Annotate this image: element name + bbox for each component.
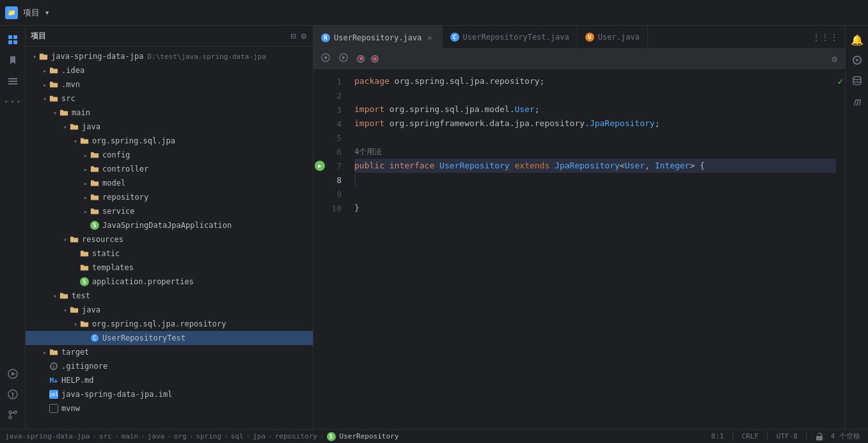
tree-test-java[interactable]: java (26, 303, 313, 317)
run-gutter-icon[interactable]: ▶ (315, 161, 325, 171)
java-label: java (82, 122, 100, 131)
user-repo-test-label: UserRepositoryTest (102, 334, 185, 342)
navigate-back-btn[interactable] (319, 52, 333, 65)
line-ending[interactable]: CRLF (739, 432, 761, 440)
tab-user-repository[interactable]: R UserRepository.java ✕ (313, 26, 443, 48)
tree-config[interactable]: config (26, 148, 313, 162)
panel-title: 项目 (31, 31, 46, 42)
indent-info[interactable]: 4 个空格 (828, 431, 863, 441)
line-ending-text: CRLF (741, 432, 759, 440)
tree-test-pkg[interactable]: org.spring.sql.jpa.repository (26, 317, 313, 331)
code-content[interactable]: package org.spring.sql.jpa.repository; i… (349, 69, 836, 429)
line-num-5: 5 (313, 131, 349, 145)
pkg-icon (79, 136, 90, 146)
tree-user-repo-test[interactable]: C UserRepositoryTest (26, 331, 313, 345)
tree-idea[interactable]: .idea (26, 63, 313, 77)
model-label: model (102, 179, 125, 188)
tree-iml[interactable]: iml java-spring-data-jpa.iml (26, 387, 313, 401)
run-icon[interactable] (4, 365, 22, 383)
svg-rect-3 (13, 40, 17, 44)
tab-more-btn[interactable]: ⋮⋮⋮ (810, 31, 840, 44)
problems-icon[interactable] (4, 385, 22, 403)
tree-app-class[interactable]: S JavaSpringDataJpaApplication (26, 218, 313, 232)
git-icon[interactable] (4, 406, 22, 424)
ai-icon[interactable] (848, 51, 866, 69)
project-view-icon[interactable] (4, 31, 22, 49)
breadcrumb-spring-icon: S (327, 432, 336, 441)
breadcrumb-java[interactable]: java (148, 432, 165, 440)
tab-icon-user: U (585, 33, 594, 42)
test-pkg-label: org.spring.sql.jpa.repository (92, 319, 226, 328)
templates-folder-icon (79, 262, 90, 273)
tree-model[interactable]: model (26, 176, 313, 190)
indent-text: 4 个空格 (831, 431, 860, 441)
tree-app-props[interactable]: S application.properties (26, 275, 313, 289)
breadcrumb-org[interactable]: org (174, 432, 187, 440)
tree-service[interactable]: service (26, 204, 313, 218)
tree-repository[interactable]: repository (26, 190, 313, 204)
notification-icon[interactable]: 🔔 (848, 31, 866, 49)
svg-rect-1 (13, 35, 17, 39)
static-folder-icon (79, 248, 90, 259)
breadcrumb-current[interactable]: UserRepository (340, 432, 399, 440)
tree-controller[interactable]: controller (26, 162, 313, 176)
tab-user-repository-test[interactable]: C UserRepositoryTest.java (443, 26, 578, 48)
tab-bar-actions: ⋮⋮⋮ (810, 31, 845, 44)
svg-point-22 (853, 77, 861, 80)
src-arrow (41, 95, 49, 102)
tree-mvnw[interactable]: mvnw (26, 401, 313, 415)
tab-close-repo[interactable]: ✕ (425, 33, 434, 43)
tab-bar: R UserRepository.java ✕ C UserRepository… (313, 26, 845, 49)
tree-root[interactable]: java-spring-data-jpa D:\test\java-spring… (26, 49, 313, 63)
tree-src[interactable]: src (26, 92, 313, 106)
tree-pkg[interactable]: org.spring.sql.jpa (26, 134, 313, 148)
tree-resources[interactable]: resources (26, 232, 313, 246)
target-arrow (41, 348, 49, 356)
config-folder-icon (90, 150, 100, 160)
test-pkg-arrow (72, 320, 79, 328)
more-icon[interactable]: ··· (4, 92, 22, 110)
svg-point-13 (14, 411, 17, 414)
file-tree: java-spring-data-jpa D:\test\java-spring… (26, 47, 313, 429)
tree-templates[interactable]: templates (26, 261, 313, 275)
line-number-area: 1 2 3 4 (313, 69, 349, 429)
breadcrumb-spring[interactable]: spring (196, 432, 221, 440)
tree-main[interactable]: main (26, 106, 313, 120)
project-label[interactable]: 项目 ▾ (23, 7, 50, 19)
encoding[interactable]: UTF-8 (774, 432, 800, 440)
tree-gitignore[interactable]: ⊘ .gitignore (26, 359, 313, 373)
database-icon[interactable] (848, 72, 866, 90)
tree-help-md[interactable]: M+ HELP.md (26, 373, 313, 387)
svg-rect-4 (8, 78, 17, 79)
breadcrumb-repository[interactable]: repository (275, 432, 317, 440)
git-lock-icon[interactable] (813, 433, 826, 440)
italic-m-icon[interactable]: m (848, 92, 866, 110)
breadcrumb-jpa[interactable]: jpa (253, 432, 265, 440)
breadcrumb-root[interactable]: java-spring-data-jpa (5, 432, 90, 440)
tree-test[interactable]: test (26, 289, 313, 303)
breadcrumb-src[interactable]: src (99, 432, 112, 440)
idea-label: .idea (61, 66, 84, 75)
tree-static[interactable]: static (26, 246, 313, 261)
code-line-6: 4个用法 (354, 145, 836, 159)
code-line-1: package org.spring.sql.jpa.repository; (354, 74, 836, 88)
tab-user[interactable]: U User.java (578, 26, 648, 48)
svg-rect-6 (8, 83, 17, 85)
settings-btn[interactable]: ⚙ (300, 29, 308, 42)
editor-settings-btn[interactable]: ⚙ (830, 52, 840, 65)
tree-target[interactable]: target (26, 345, 313, 359)
root-arrow (31, 52, 38, 60)
tree-mvn[interactable]: .mvn (26, 77, 313, 92)
tree-java[interactable]: java (26, 120, 313, 134)
mvnw-icon (49, 403, 59, 414)
run-debug-btn[interactable] (368, 54, 381, 64)
breadcrumb-sql[interactable]: sql (231, 432, 244, 440)
cursor-position[interactable]: 8:1 (709, 432, 727, 440)
structure-icon[interactable] (4, 72, 22, 90)
run-stop-btn[interactable] (354, 54, 367, 64)
breadcrumb-main[interactable]: main (122, 432, 139, 440)
navigate-fwd-btn[interactable] (336, 52, 351, 65)
collapse-all-btn[interactable]: ⊟ (289, 29, 297, 42)
svg-point-21 (856, 59, 858, 61)
bookmark-icon[interactable] (4, 51, 22, 69)
